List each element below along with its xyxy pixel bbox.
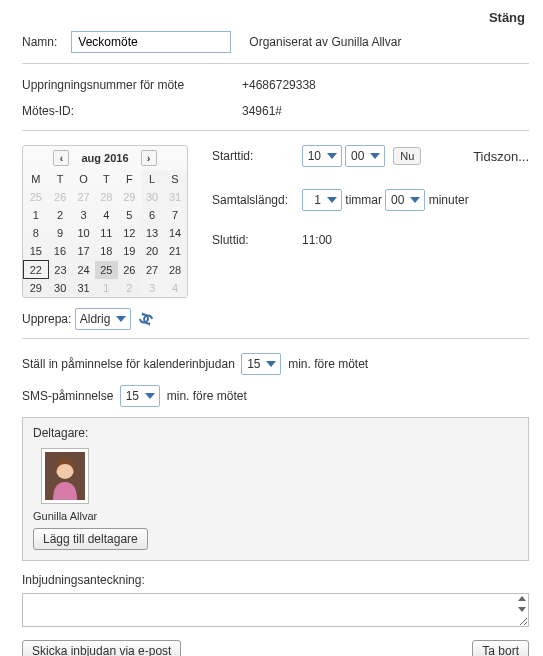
calendar-day-header: T [48, 170, 72, 188]
calendar-day-header: F [118, 170, 141, 188]
calendar-day-cell[interactable]: 23 [48, 261, 72, 279]
calendar-day-cell[interactable]: 2 [48, 206, 72, 224]
calendar-day-cell[interactable]: 24 [72, 261, 95, 279]
close-link[interactable]: Stäng [489, 10, 525, 25]
calendar-day-cell[interactable]: 4 [95, 206, 118, 224]
chevron-down-icon [410, 197, 420, 203]
calendar-day-cell[interactable]: 4 [164, 279, 187, 298]
invitation-note-input[interactable] [22, 593, 529, 627]
name-label: Namn: [22, 35, 57, 49]
add-participant-button[interactable]: Lägg till deltagare [33, 528, 148, 550]
calendar-day-cell[interactable]: 26 [48, 188, 72, 206]
calendar-day-cell[interactable]: 6 [141, 206, 164, 224]
duration-minutes-unit: minuter [429, 193, 469, 207]
calendar-day-cell[interactable]: 7 [164, 206, 187, 224]
calendar-day-cell[interactable]: 29 [118, 188, 141, 206]
repeat-icon [138, 311, 154, 327]
calendar-day-cell[interactable]: 3 [72, 206, 95, 224]
participant-photo [41, 448, 89, 504]
chevron-down-icon [145, 393, 155, 399]
sms-reminder-select[interactable]: 15 [120, 385, 160, 407]
calendar-day-cell[interactable]: 31 [72, 279, 95, 298]
now-button[interactable]: Nu [393, 147, 421, 165]
calendar-day-cell[interactable]: 1 [24, 206, 49, 224]
start-hour-select[interactable]: 10 [302, 145, 342, 167]
calendar-title: aug 2016 [81, 152, 128, 164]
chevron-down-icon [116, 316, 126, 322]
chevron-down-icon [327, 197, 337, 203]
participant[interactable]: Gunilla Allvar [33, 448, 97, 522]
invitation-note-label: Inbjudningsanteckning: [22, 573, 529, 587]
end-time-value: 11:00 [302, 233, 332, 247]
calendar-day-cell[interactable]: 18 [95, 242, 118, 261]
calendar-day-cell[interactable]: 27 [141, 261, 164, 279]
calendar-next-button[interactable]: › [141, 150, 157, 166]
calendar-day-cell[interactable]: 25 [95, 261, 118, 279]
calendar-day-cell[interactable]: 29 [24, 279, 49, 298]
calendar-day-cell[interactable]: 27 [72, 188, 95, 206]
calendar-day-cell[interactable]: 25 [24, 188, 49, 206]
organizer-prefix: Organiserat av [249, 35, 328, 49]
name-input[interactable] [71, 31, 231, 53]
calendar-day-cell[interactable]: 2 [118, 279, 141, 298]
repeat-select[interactable]: Aldrig [75, 308, 132, 330]
dialin-number: +4686729338 [242, 78, 316, 92]
calendar-day-header: S [164, 170, 187, 188]
calendar-day-cell[interactable]: 30 [48, 279, 72, 298]
calendar-day-cell[interactable]: 30 [141, 188, 164, 206]
duration-hours-select[interactable]: 1 [302, 189, 342, 211]
duration-label: Samtalslängd: [212, 193, 302, 207]
calendar-day-header: T [95, 170, 118, 188]
calendar-day-cell[interactable]: 3 [141, 279, 164, 298]
calendar-day-cell[interactable]: 28 [95, 188, 118, 206]
calendar-day-cell[interactable]: 19 [118, 242, 141, 261]
calendar-day-cell[interactable]: 20 [141, 242, 164, 261]
repeat-label: Upprepa: [22, 312, 71, 326]
duration-minutes-select[interactable]: 00 [385, 189, 425, 211]
sms-reminder-label: SMS-påminnelse [22, 389, 113, 403]
organizer-name: Gunilla Allvar [331, 35, 401, 49]
calendar-day-cell[interactable]: 14 [164, 224, 187, 242]
dialin-label: Uppringningsnummer för möte [22, 78, 242, 92]
calendar-day-cell[interactable]: 9 [48, 224, 72, 242]
calendar[interactable]: ‹ aug 2016 › MTOTFLS 2526272829303112345… [22, 145, 188, 298]
chevron-down-icon [370, 153, 380, 159]
calendar-day-cell[interactable]: 16 [48, 242, 72, 261]
start-minute-select[interactable]: 00 [345, 145, 385, 167]
calendar-day-cell[interactable]: 15 [24, 242, 49, 261]
meeting-id-label: Mötes-ID: [22, 104, 242, 118]
calendar-day-header: M [24, 170, 49, 188]
calendar-day-cell[interactable]: 11 [95, 224, 118, 242]
chevron-down-icon [327, 153, 337, 159]
calendar-day-cell[interactable]: 31 [164, 188, 187, 206]
calendar-day-cell[interactable]: 22 [24, 261, 49, 279]
calendar-day-cell[interactable]: 12 [118, 224, 141, 242]
calendar-day-cell[interactable]: 8 [24, 224, 49, 242]
meeting-id-value: 34961# [242, 104, 282, 118]
textarea-shrink-icon[interactable] [518, 607, 526, 612]
calendar-day-cell[interactable]: 13 [141, 224, 164, 242]
calendar-day-cell[interactable]: 1 [95, 279, 118, 298]
participants-heading: Deltagare: [33, 426, 518, 440]
calendar-reminder-select[interactable]: 15 [241, 353, 281, 375]
participant-name: Gunilla Allvar [33, 510, 97, 522]
calendar-day-cell[interactable]: 28 [164, 261, 187, 279]
start-time-label: Starttid: [212, 149, 302, 163]
end-time-label: Sluttid: [212, 233, 302, 247]
calendar-day-header: L [141, 170, 164, 188]
calendar-prev-button[interactable]: ‹ [53, 150, 69, 166]
calendar-day-cell[interactable]: 21 [164, 242, 187, 261]
sms-reminder-suffix: min. före mötet [167, 389, 247, 403]
calendar-reminder-label: Ställ in påminnelse för kalenderinbjudan [22, 357, 235, 371]
delete-button[interactable]: Ta bort [472, 640, 529, 656]
calendar-day-cell[interactable]: 26 [118, 261, 141, 279]
calendar-day-cell[interactable]: 5 [118, 206, 141, 224]
calendar-day-cell[interactable]: 17 [72, 242, 95, 261]
textarea-grow-icon[interactable] [518, 596, 526, 601]
calendar-day-header: O [72, 170, 95, 188]
chevron-down-icon [266, 361, 276, 367]
calendar-reminder-suffix: min. före mötet [288, 357, 368, 371]
timezone-link[interactable]: Tidszon... [473, 149, 529, 164]
calendar-day-cell[interactable]: 10 [72, 224, 95, 242]
send-invite-button[interactable]: Skicka inbjudan via e-post [22, 640, 181, 656]
